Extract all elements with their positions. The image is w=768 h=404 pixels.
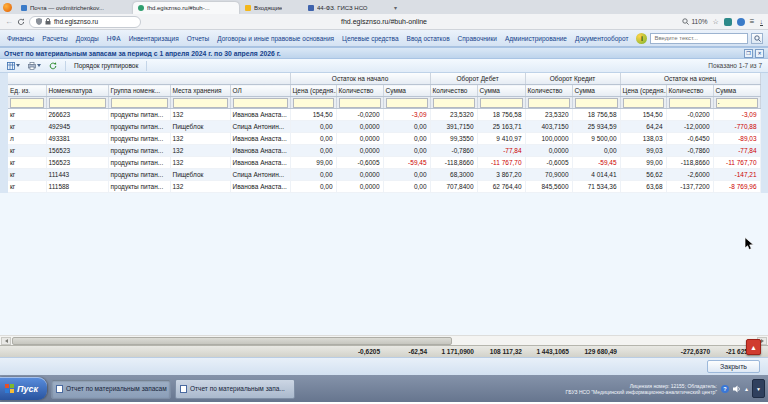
chevron-up-icon[interactable]: ▴ (745, 385, 748, 392)
column-header[interactable]: Сумма (477, 85, 525, 97)
filter-input[interactable] (433, 98, 475, 108)
totals-bar: -0,6205-62,541 171,0900108 117,321 443,1… (0, 345, 768, 357)
table-row[interactable]: кг492945продукты питан...ПищеблокСпица А… (8, 121, 760, 133)
grid-cell: 25 163,71 (477, 121, 525, 133)
scroll-left-icon[interactable] (1, 337, 11, 345)
menu-item-contracts[interactable]: Договоры и иные правовые основания (217, 35, 334, 42)
print-button[interactable] (25, 60, 44, 71)
grid-cell: 0,00 (290, 145, 336, 157)
browser-tab-mail[interactable]: Почта — ovdmitrichenkov... (16, 2, 132, 14)
column-header[interactable]: Номенклатура (46, 85, 108, 97)
menu-item-finances[interactable]: Финансы (7, 35, 34, 42)
filter-input[interactable] (10, 98, 44, 108)
horizontal-scrollbar[interactable] (0, 335, 768, 345)
column-header[interactable]: ОЛ (230, 85, 290, 97)
browser-tab-fhd[interactable]: fhd.egisznso.ru/#buh-... (133, 2, 239, 14)
columns-button[interactable] (4, 60, 23, 71)
column-header[interactable]: Количество (430, 85, 477, 97)
menu-item-target-funds[interactable]: Целевые средства (342, 35, 399, 42)
filter-input[interactable] (173, 98, 228, 108)
search-input[interactable] (650, 33, 748, 44)
filter-input[interactable] (528, 98, 570, 108)
browser-logo-icon[interactable] (3, 3, 12, 12)
table-row[interactable]: кг111443продукты питан...ПищеблокСпица А… (8, 169, 760, 181)
grid-cell: 99,00 (290, 157, 336, 169)
table-row[interactable]: л493381продукты питан...132Иванова Анаст… (8, 133, 760, 145)
column-header[interactable]: Сумма (383, 85, 430, 97)
menu-item-income[interactable]: Доходы (76, 35, 99, 42)
menu-icon[interactable]: ≡ (750, 17, 755, 26)
column-header[interactable]: Группа номенк... (108, 85, 170, 97)
column-header[interactable]: Количество (666, 85, 713, 97)
column-header[interactable]: Сумма (572, 85, 620, 97)
pdf-icon[interactable]: ▲ (746, 339, 761, 355)
filter-input[interactable] (386, 98, 428, 108)
table-row[interactable]: кг156523продукты питан...132Иванова Анас… (8, 157, 760, 169)
tab-title: 44-ФЗ. ГИСЗ НСО (317, 5, 368, 11)
filter-input[interactable] (623, 98, 664, 108)
caret-down-icon (16, 64, 20, 67)
filter-input[interactable] (49, 98, 106, 108)
task-label: Отчет по материальным запасам (66, 385, 167, 392)
info-icon[interactable]: i (636, 33, 647, 44)
tab-list-chevron-icon[interactable]: ▾ (394, 4, 397, 11)
table-row[interactable]: кг266623продукты питан...132Иванова Анас… (8, 109, 760, 121)
grid-cell: Иванова Анаста... (230, 109, 290, 121)
grid-cell: 0,00 (290, 121, 336, 133)
column-header[interactable]: Места хранения (170, 85, 230, 97)
column-header[interactable]: Ед. из. (8, 85, 46, 97)
help-icon[interactable]: ? (721, 385, 729, 393)
language-tray-button[interactable]: ▼ (752, 379, 765, 398)
panel-close-icon[interactable]: ✕ (755, 49, 764, 58)
menu-item-nfa[interactable]: НФА (107, 35, 121, 42)
filter-input[interactable] (293, 98, 334, 108)
start-button[interactable]: Пуск (0, 377, 47, 400)
grid-cell: -137,7200 (666, 181, 713, 193)
table-row[interactable]: кг111588продукты питан...132Иванова Анас… (8, 181, 760, 193)
browser-tab-inbox[interactable]: Входящие (240, 2, 302, 14)
account-icon[interactable] (737, 18, 745, 26)
taskbar-task-1[interactable]: Отчет по материальным запасам (51, 379, 171, 399)
close-button[interactable]: Закрыть (707, 360, 760, 373)
grouping-order-button[interactable]: Порядок группировок (71, 60, 141, 71)
grid-cell: -12,0000 (666, 121, 713, 133)
menu-item-calculations[interactable]: Расчеты (42, 35, 67, 42)
menu-item-document-flow[interactable]: Документооборот (575, 35, 628, 42)
address-bar[interactable]: fhd.egisznso.ru (29, 16, 141, 28)
menu-item-administration[interactable]: Администрирование (505, 35, 567, 42)
tab-title: Почта — ovdmitrichenkov... (30, 5, 104, 11)
bookmark-star-icon[interactable]: ☆ (713, 18, 719, 26)
back-icon[interactable]: ← (5, 18, 13, 26)
filter-input[interactable] (575, 98, 618, 108)
column-header[interactable]: Количество (525, 85, 572, 97)
filter-input[interactable] (233, 98, 288, 108)
column-header[interactable]: Цена (средня... (290, 85, 336, 97)
column-header[interactable]: Количество (336, 85, 383, 97)
filter-input[interactable] (480, 98, 523, 108)
total-cell: 129 680,49 (572, 346, 620, 357)
scrollbar-thumb[interactable] (12, 337, 452, 345)
volume-icon[interactable] (733, 385, 741, 393)
filter-input[interactable] (111, 98, 168, 108)
menu-item-opening-balances[interactable]: Ввод остатков (407, 35, 450, 42)
filter-input[interactable] (339, 98, 381, 108)
download-icon[interactable]: ↓ (760, 18, 764, 26)
refresh-button[interactable] (46, 60, 60, 71)
grid-cell: -0,0200 (336, 109, 383, 121)
menu-item-inventory[interactable]: Инвентаризация (129, 35, 179, 42)
reload-icon[interactable] (17, 18, 25, 26)
column-header[interactable]: Сумма (713, 85, 760, 97)
panel-restore-icon[interactable]: ❐ (744, 49, 753, 58)
filter-input[interactable] (716, 98, 758, 108)
zoom-indicator[interactable]: 110% (682, 18, 707, 25)
grid-cell: 18 756,58 (477, 109, 525, 121)
filter-input[interactable] (669, 98, 711, 108)
column-header[interactable]: Цена (средня... (620, 85, 666, 97)
taskbar-task-2[interactable]: Отчет по материальным запа... (175, 379, 295, 399)
table-row[interactable]: кг156523продукты питан...132Иванова Анас… (8, 145, 760, 157)
menu-item-directories[interactable]: Справочники (458, 35, 497, 42)
browser-tab-gisz[interactable]: 44-ФЗ. ГИСЗ НСО (303, 2, 389, 14)
menu-item-reports[interactable]: Отчеты (187, 35, 209, 42)
search-button[interactable] (751, 33, 763, 44)
extension-icon[interactable] (724, 18, 732, 26)
